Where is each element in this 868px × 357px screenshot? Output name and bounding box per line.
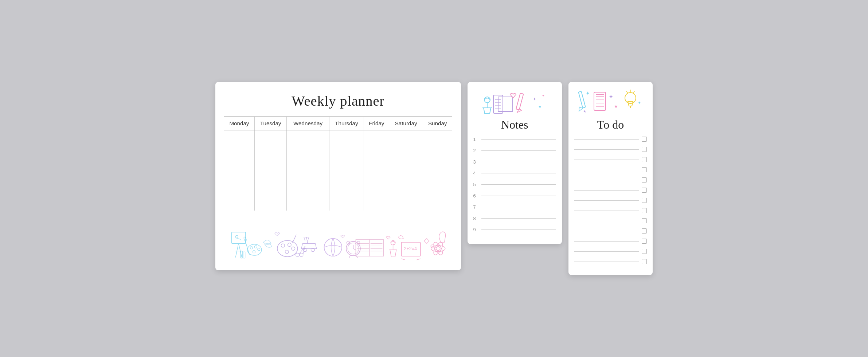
svg-point-6 (250, 246, 253, 249)
svg-line-19 (293, 235, 296, 243)
svg-line-83 (633, 91, 635, 93)
svg-rect-0 (232, 232, 246, 243)
day-saturday: Saturday (389, 117, 423, 130)
todo-line-12 (574, 251, 639, 252)
todo-item-3[interactable] (574, 157, 647, 162)
todo-line-13 (574, 262, 639, 262)
todo-item-4[interactable] (574, 167, 647, 172)
todo-line-1 (574, 139, 639, 140)
planner-title: Weekly planner (224, 93, 452, 109)
svg-line-10 (245, 240, 250, 255)
todo-line-9 (574, 221, 639, 221)
svg-text:★: ★ (614, 104, 618, 109)
cell-saturday[interactable] (389, 130, 423, 211)
todo-checkbox-8[interactable] (642, 208, 647, 213)
cell-monday[interactable] (224, 130, 254, 211)
todo-illustration: ✦ ★ ✦ ★ ✦ (574, 88, 647, 115)
todo-line-4 (574, 170, 639, 170)
cell-thursday[interactable] (329, 130, 364, 211)
note-number-2: 2 (473, 148, 478, 153)
todo-checkbox-12[interactable] (642, 249, 647, 254)
todo-line-6 (574, 190, 639, 191)
note-line-5 (481, 184, 556, 185)
todo-line-11 (574, 241, 639, 242)
cell-sunday[interactable] (423, 130, 452, 211)
note-item-4[interactable]: 4 (473, 170, 556, 176)
svg-text:✦: ✦ (542, 94, 545, 98)
todo-item-5[interactable] (574, 177, 647, 183)
note-item-1[interactable]: 1 (473, 137, 556, 142)
notes-header-doodle: ✦ ★ ✦ (478, 88, 551, 115)
todo-checkbox-6[interactable] (642, 188, 647, 193)
svg-point-51 (436, 246, 440, 250)
notes-list: 1 2 3 4 5 6 7 (473, 137, 556, 232)
note-item-9[interactable]: 9 (473, 227, 556, 232)
note-number-7: 7 (473, 204, 478, 210)
cell-friday[interactable] (364, 130, 389, 211)
todo-item-12[interactable] (574, 249, 647, 254)
notes-illustration: ✦ ★ ✦ (473, 88, 556, 115)
planner-content-row (224, 130, 452, 211)
svg-point-57 (484, 97, 490, 103)
note-number-9: 9 (473, 227, 478, 232)
illustration-cell: 2+2=4 (224, 211, 452, 270)
planner-grid: Monday Tuesday Wednesday Thursday Friday… (224, 116, 452, 270)
todo-item-2[interactable] (574, 147, 647, 152)
svg-rect-13 (243, 252, 245, 258)
note-item-8[interactable]: 8 (473, 216, 556, 221)
todo-line-3 (574, 160, 639, 160)
todo-item-7[interactable] (574, 198, 647, 203)
todo-item-6[interactable] (574, 188, 647, 193)
note-line-1 (481, 139, 556, 140)
todo-item-9[interactable] (574, 218, 647, 223)
todo-checkbox-3[interactable] (642, 157, 647, 162)
svg-point-8 (258, 248, 260, 250)
todo-checkbox-13[interactable] (642, 259, 647, 264)
todo-checkbox-1[interactable] (642, 137, 647, 142)
svg-line-50 (417, 259, 420, 260)
note-number-1: 1 (473, 137, 478, 142)
svg-point-18 (285, 250, 289, 254)
todo-checkbox-10[interactable] (642, 228, 647, 234)
todo-item-13[interactable] (574, 259, 647, 264)
svg-text:2+2=4: 2+2=4 (404, 246, 417, 251)
todo-item-11[interactable] (574, 239, 647, 244)
day-monday: Monday (224, 117, 254, 130)
cell-wednesday[interactable] (287, 130, 329, 211)
todo-checkbox-11[interactable] (642, 239, 647, 244)
todo-checkbox-2[interactable] (642, 147, 647, 152)
day-wednesday: Wednesday (287, 117, 329, 130)
cell-tuesday[interactable] (254, 130, 287, 211)
notes-title: Notes (473, 118, 556, 132)
doodle-illustration: 2+2=4 (224, 211, 452, 269)
note-number-3: 3 (473, 159, 478, 165)
day-sunday: Sunday (423, 117, 452, 130)
todo-checkbox-4[interactable] (642, 167, 647, 172)
svg-line-81 (626, 91, 628, 93)
note-item-7[interactable]: 7 (473, 204, 556, 210)
note-line-8 (481, 218, 556, 219)
todo-item-8[interactable] (574, 208, 647, 213)
svg-point-4 (235, 235, 238, 238)
note-item-3[interactable]: 3 (473, 159, 556, 165)
todo-checkbox-9[interactable] (642, 218, 647, 223)
notes-card: ✦ ★ ✦ Notes 1 2 3 4 5 (468, 82, 562, 244)
todo-item-10[interactable] (574, 228, 647, 234)
svg-point-5 (247, 244, 262, 255)
svg-text:✦: ✦ (609, 94, 613, 100)
svg-text:✦: ✦ (533, 97, 536, 102)
todo-checkbox-7[interactable] (642, 198, 647, 203)
note-item-6[interactable]: 6 (473, 193, 556, 199)
svg-text:★: ★ (538, 105, 541, 109)
svg-point-9 (253, 250, 255, 253)
todo-line-2 (574, 149, 639, 150)
note-item-2[interactable]: 2 (473, 148, 556, 153)
svg-line-1 (235, 243, 238, 257)
note-item-5[interactable]: 5 (473, 182, 556, 187)
svg-text:✦: ✦ (638, 101, 641, 105)
note-line-2 (481, 150, 556, 151)
days-header-row: Monday Tuesday Wednesday Thursday Friday… (224, 117, 452, 130)
todo-item-1[interactable] (574, 137, 647, 142)
svg-point-15 (281, 244, 285, 247)
todo-checkbox-5[interactable] (642, 177, 647, 183)
